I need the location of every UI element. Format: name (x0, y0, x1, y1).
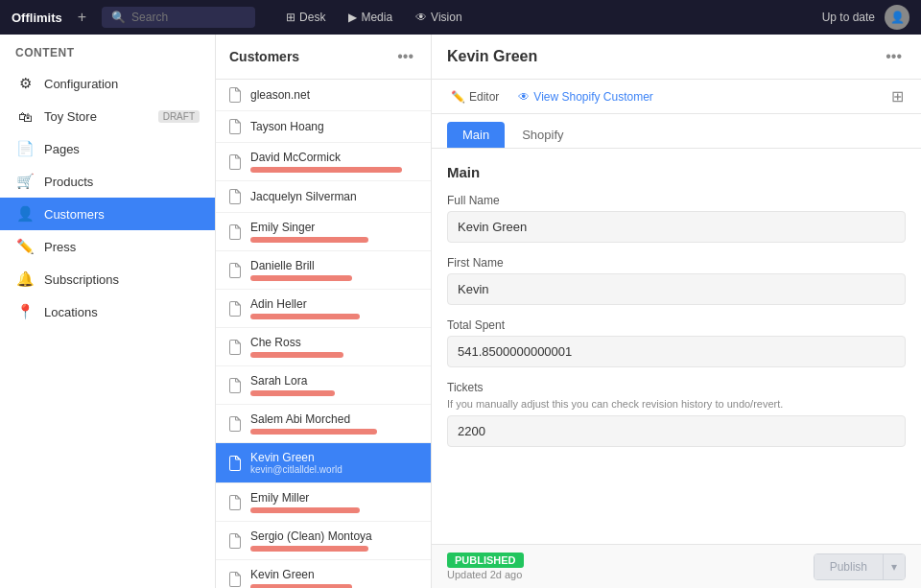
pages-icon: 📄 (15, 139, 35, 158)
list-item[interactable]: Jacquelyn Silverman (216, 181, 431, 213)
customer-info: Emily Miller (250, 491, 419, 513)
document-icon (227, 154, 243, 170)
list-item[interactable]: David McCormick (216, 143, 431, 181)
search-container: 🔍 (102, 7, 255, 28)
tab-shopify[interactable]: Shopify (507, 122, 579, 148)
editor-button[interactable]: ✏️ Editor (447, 88, 503, 106)
sidebar-item-press-label: Press (44, 240, 200, 254)
sidebar-item-pages-label: Pages (44, 142, 200, 156)
list-item[interactable]: Sergio (Clean) Montoya (216, 522, 431, 560)
customer-info: Adin Heller (250, 297, 419, 319)
sidebar-item-subscriptions-label: Subscriptions (44, 272, 200, 287)
customer-info: Jacquelyn Silverman (250, 190, 419, 203)
avatar[interactable]: 👤 (885, 5, 909, 30)
customer-name: Kevin Green (250, 568, 419, 581)
full-name-label: Full Name (447, 194, 906, 207)
tickets-label: Tickets (447, 381, 906, 394)
list-item[interactable]: Emily Singer (216, 213, 431, 251)
customer-info: Salem Abi Morched (250, 412, 419, 435)
total-spent-value[interactable]: 541.8500000000001 (447, 336, 906, 367)
sidebar: Content ⚙ Configuration 🛍 Toy Store DRAF… (0, 35, 216, 588)
toy-store-icon: 🛍 (15, 106, 35, 126)
detail-header: Kevin Green ••• (432, 35, 921, 80)
customer-name: Che Ross (250, 336, 419, 349)
customers-panel: Customers ••• gleason.net Tayson Hoang (216, 35, 432, 588)
sidebar-item-configuration-label: Configuration (44, 77, 200, 91)
expand-button[interactable]: ⊞ (889, 85, 906, 107)
customer-info: David McCormick (250, 151, 419, 173)
detail-tabs: Main Shopify (432, 114, 921, 149)
sidebar-item-pages[interactable]: 📄 Pages (0, 132, 215, 165)
products-icon: 🛒 (15, 172, 35, 191)
list-item[interactable]: Che Ross (216, 328, 431, 366)
publish-button-group: Publish ▾ (814, 553, 906, 580)
customer-name: Emily Singer (250, 221, 419, 234)
customer-info: gleason.net (250, 88, 419, 102)
customer-info: Kevin Green kevin@citlalldel.world (250, 451, 419, 475)
sidebar-item-toy-store-label: Toy Store (44, 109, 149, 124)
tab-main[interactable]: Main (447, 122, 505, 148)
tab-vision[interactable]: 👁 Vision (408, 7, 469, 28)
customer-name: Sergio (Clean) Montoya (250, 529, 419, 543)
publish-button[interactable]: Publish (815, 554, 883, 579)
customer-info: Tayson Hoang (250, 120, 419, 133)
tab-desk[interactable]: ⊞ Desk (278, 7, 333, 28)
customer-name: Danielle Brill (250, 259, 419, 272)
total-spent-label: Total Spent (447, 318, 906, 332)
document-icon (227, 533, 243, 549)
list-item-kevin-green-active[interactable]: Kevin Green kevin@citlalldel.world (216, 443, 431, 483)
document-icon (227, 189, 243, 204)
sidebar-item-subscriptions[interactable]: 🔔 Subscriptions (0, 263, 215, 295)
form-group-total-spent: Total Spent 541.8500000000001 (447, 318, 906, 367)
list-item[interactable]: Sarah Lora (216, 366, 431, 405)
list-item[interactable]: Emily Miller (216, 483, 431, 522)
draft-badge: DRAFT (158, 110, 200, 123)
publish-arrow-button[interactable]: ▾ (883, 554, 905, 579)
search-input[interactable] (131, 11, 247, 24)
view-shopify-label: View Shopify Customer (533, 90, 653, 104)
customer-info: Sergio (Clean) Montoya (250, 529, 419, 552)
full-name-value[interactable]: Kevin Green (447, 211, 906, 243)
sidebar-item-toy-store[interactable]: 🛍 Toy Store DRAFT (0, 100, 215, 132)
published-badge: PUBLISHED (447, 553, 524, 568)
tickets-value[interactable]: 2200 (447, 415, 906, 447)
customer-name: Tayson Hoang (250, 120, 419, 133)
customer-email: kevin@citlalldel.world (250, 464, 419, 475)
list-item[interactable]: Kevin Green (216, 560, 431, 588)
customer-name: Jacquelyn Silverman (250, 190, 419, 203)
sidebar-item-press[interactable]: ✏️ Press (0, 230, 215, 263)
document-icon (227, 224, 243, 240)
customers-panel-header: Customers ••• (216, 35, 431, 80)
customers-more-button[interactable]: ••• (393, 46, 417, 67)
list-item[interactable]: Salem Abi Morched (216, 405, 431, 443)
sidebar-item-configuration[interactable]: ⚙ Configuration (0, 67, 215, 100)
document-icon (227, 301, 243, 317)
redacted-bar (250, 429, 377, 435)
customer-info: Kevin Green (250, 568, 419, 588)
desk-icon: ⊞ (286, 11, 295, 24)
view-shopify-button[interactable]: 👁 View Shopify Customer (514, 88, 657, 106)
sidebar-item-products[interactable]: 🛒 Products (0, 165, 215, 198)
sidebar-item-locations[interactable]: 📍 Locations (0, 295, 215, 328)
tab-media[interactable]: ▶ Media (341, 7, 400, 28)
sidebar-item-customers[interactable]: 👤 Customers (0, 198, 215, 230)
document-icon (227, 495, 243, 510)
top-nav: Offlimits + 🔍 ⊞ Desk ▶ Media 👁 Vision Up… (0, 0, 921, 35)
redacted-bar (250, 507, 360, 513)
customer-name: gleason.net (250, 88, 419, 102)
customer-name: Sarah Lora (250, 374, 419, 388)
list-item[interactable]: Adin Heller (216, 290, 431, 328)
first-name-value[interactable]: Kevin (447, 273, 906, 305)
tab-main-label: Main (462, 128, 489, 142)
redacted-bar (250, 314, 360, 319)
customer-info: Danielle Brill (250, 259, 419, 281)
customer-name: David McCormick (250, 151, 419, 164)
search-icon: 🔍 (111, 11, 126, 24)
add-button[interactable]: + (78, 9, 86, 26)
redacted-bar (250, 237, 368, 243)
list-item[interactable]: Danielle Brill (216, 251, 431, 290)
redacted-bar (250, 546, 368, 552)
list-item[interactable]: Tayson Hoang (216, 111, 431, 143)
detail-more-button[interactable]: ••• (882, 46, 906, 67)
list-item[interactable]: gleason.net (216, 80, 431, 111)
